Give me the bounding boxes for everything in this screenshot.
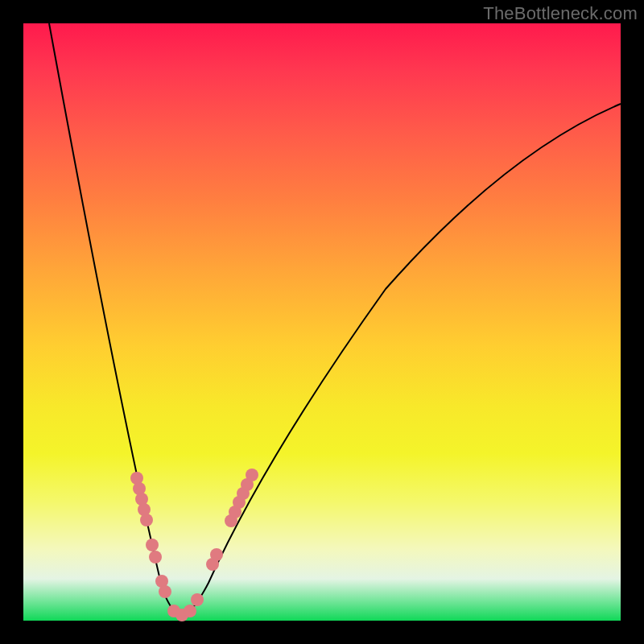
- plot-area: [23, 23, 621, 621]
- bead: [191, 593, 204, 606]
- chart-outer: TheBottleneck.com: [0, 0, 644, 644]
- bead: [159, 585, 171, 598]
- bead: [140, 514, 153, 526]
- bead: [210, 548, 223, 561]
- bead: [146, 539, 159, 551]
- left-curve: [49, 23, 182, 617]
- chart-svg: [23, 23, 621, 621]
- beads-group: [130, 469, 258, 621]
- bead: [246, 469, 258, 481]
- bead: [149, 551, 162, 564]
- bead: [184, 605, 196, 617]
- watermark-text: TheBottleneck.com: [483, 3, 638, 24]
- right-curve: [182, 104, 621, 617]
